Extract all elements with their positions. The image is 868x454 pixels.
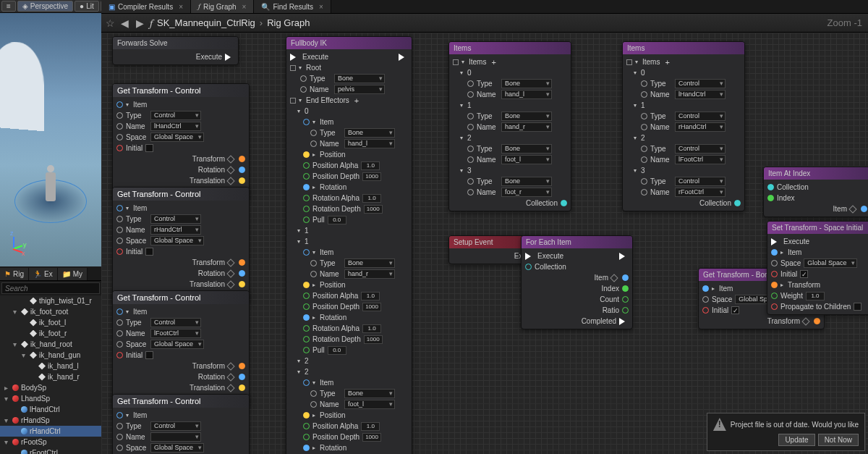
type-dropdown[interactable]: Control [150, 421, 201, 431]
pin-initial[interactable] [116, 248, 123, 255]
pin-space[interactable] [116, 237, 123, 244]
exec-completed-pin[interactable] [619, 318, 629, 325]
breadcrumb-asset[interactable]: SK_Mannequin_CtrlRig [157, 17, 255, 28]
pin-item[interactable] [702, 285, 709, 292]
pin-name[interactable] [116, 330, 123, 337]
pin-translation-out[interactable] [239, 177, 245, 184]
tree-item-lHandCtrl[interactable]: lHandCtrl [0, 404, 101, 415]
tree-item-ik_hand_gun[interactable]: ▾ik_hand_gun [0, 350, 101, 361]
pin-initial[interactable] [702, 307, 709, 314]
pin-space[interactable] [771, 260, 778, 266]
initial-checkbox[interactable] [145, 144, 153, 152]
favorite-icon[interactable]: ☆ [106, 17, 115, 29]
pin-collection-out[interactable] [734, 200, 741, 206]
pin-rotation-out[interactable] [239, 270, 245, 277]
pin-translation-out[interactable] [239, 384, 245, 391]
name-dropdown[interactable]: rHandCtrl [150, 225, 201, 235]
node-get-transform-control[interactable]: Get Transform - Control▾Item TypeControl… [112, 187, 250, 303]
tree-item-thigh_twist_01_r[interactable]: thigh_twist_01_r [0, 295, 101, 306]
hierarchy-tree[interactable]: thigh_twist_01_r▾ik_foot_rootik_foot_lik… [0, 295, 101, 454]
name-dropdown[interactable]: lHandCtrl [150, 122, 201, 131]
pin-type[interactable] [116, 112, 123, 119]
pin-item[interactable] [116, 205, 123, 211]
pin-rotation-out[interactable] [239, 167, 245, 173]
pin-position[interactable] [303, 412, 310, 419]
pin-rotation[interactable] [303, 314, 310, 321]
initial-checkbox[interactable] [145, 248, 153, 256]
breadcrumb-graph[interactable]: Rig Graph [267, 17, 310, 28]
tree-item-BodySp[interactable]: ▸BodySp [0, 382, 101, 393]
close-icon[interactable]: × [242, 3, 247, 11]
add-item-button[interactable]: + [491, 58, 495, 67]
pin-count-out[interactable] [622, 296, 629, 303]
exec-in-pin[interactable] [290, 54, 299, 61]
pin-position[interactable] [303, 282, 310, 288]
pin-name[interactable] [116, 434, 123, 440]
type-dropdown[interactable]: Control [150, 111, 201, 120]
nav-back-button[interactable]: ◀ [119, 17, 130, 29]
close-icon[interactable]: × [319, 3, 323, 11]
tree-item-ik_hand_root[interactable]: ▾ik_hand_root [0, 339, 101, 350]
pin-name[interactable] [116, 123, 123, 130]
tree-item-rFootCtrl[interactable]: rFootCtrl [0, 447, 101, 454]
viewport-menu-button[interactable]: ≡ [1, 1, 16, 12]
pin-type[interactable] [116, 319, 123, 326]
exec-out-pin[interactable] [619, 253, 629, 260]
tab-rig-graph[interactable]: 𝑓Rig Graph× [191, 0, 254, 13]
type-dropdown[interactable]: Control [150, 214, 201, 224]
pin-transform-out[interactable] [814, 318, 820, 324]
tree-item-ik_foot_r[interactable]: ik_foot_r [0, 328, 101, 339]
node-item-at-index[interactable]: Item At Index Collection Index Item [763, 167, 868, 217]
tree-item-rHandCtrl[interactable]: rHandCtrl [0, 426, 101, 437]
tree-item-ik_foot_l[interactable]: ik_foot_l [0, 317, 101, 328]
viewport-3d[interactable]: zyx [0, 13, 101, 266]
pin-item[interactable] [116, 101, 123, 108]
node-graph-canvas[interactable]: Forwards Solve Execute Get Transform - C… [101, 33, 868, 454]
hierarchy-search-input[interactable] [1, 282, 100, 294]
pin-rotation-out[interactable] [239, 374, 245, 380]
pin-transform-out[interactable] [239, 363, 245, 369]
node-items-bones[interactable]: Items ▾Items+▾0 TypeBone Namehand_l▾1 Ty… [448, 41, 571, 211]
space-dropdown[interactable]: Global Space [150, 236, 204, 245]
pin-item-out[interactable] [861, 206, 867, 212]
ex-tab[interactable]: 🏃Ex [29, 268, 58, 280]
pin-name[interactable] [116, 227, 123, 233]
initial-checkbox[interactable]: ✓ [800, 270, 808, 278]
pin-space[interactable] [116, 341, 123, 348]
lit-button[interactable]: ● Lit [75, 1, 99, 12]
close-icon[interactable]: × [179, 3, 183, 11]
pin-transform[interactable] [771, 282, 778, 288]
name-dropdown[interactable]: lFootCtrl [150, 329, 201, 338]
node-get-transform-control[interactable]: Get Transform - Control▾Item TypeControl… [112, 83, 250, 200]
pin-space[interactable] [116, 134, 123, 140]
space-dropdown[interactable]: Global Space [150, 443, 204, 453]
nav-fwd-button[interactable]: ▶ [135, 17, 145, 29]
pin-item-out[interactable] [622, 274, 629, 281]
pin-rotation[interactable] [303, 445, 310, 451]
pin-index-out[interactable] [622, 285, 629, 292]
weight-value[interactable]: 1.0 [806, 292, 825, 300]
space-dropdown[interactable]: Global Space [150, 340, 204, 349]
pin-collection[interactable] [767, 184, 774, 190]
node-for-each-item[interactable]: For Each Item Execute Collection Item In… [521, 235, 633, 329]
name-dropdown[interactable] [150, 432, 201, 442]
pin-rotation[interactable] [303, 184, 310, 190]
propagate-checkbox[interactable] [854, 303, 861, 311]
exec-in-pin[interactable] [771, 238, 780, 245]
pin-collection[interactable] [525, 264, 532, 270]
perspective-button[interactable]: ◈ Perspective [17, 1, 73, 12]
pin-initial[interactable] [771, 271, 778, 277]
node-get-transform-control[interactable]: Get Transform - Control▾Item TypeControl… [112, 394, 250, 454]
my-tab[interactable]: 📁My [58, 268, 88, 280]
tree-item-ik_foot_root[interactable]: ▾ik_foot_root [0, 306, 101, 317]
node-set-transform-space-initial[interactable]: Set Transform - Space Initial Execute ▸I… [767, 221, 868, 315]
tree-item-ik_hand_r[interactable]: ik_hand_r [0, 371, 101, 382]
pin-type[interactable] [116, 216, 123, 222]
rig-hierarchy-tab[interactable]: ⚑Rig [0, 268, 29, 280]
pin-position[interactable] [303, 151, 310, 158]
tab-find-results[interactable]: 🔍Find Results× [254, 0, 331, 13]
pin-transform-out[interactable] [239, 259, 245, 266]
update-button[interactable]: Update [778, 434, 814, 446]
node-get-transform-control[interactable]: Get Transform - Control▾Item TypeControl… [112, 290, 250, 407]
add-effector-button[interactable]: + [354, 96, 359, 105]
